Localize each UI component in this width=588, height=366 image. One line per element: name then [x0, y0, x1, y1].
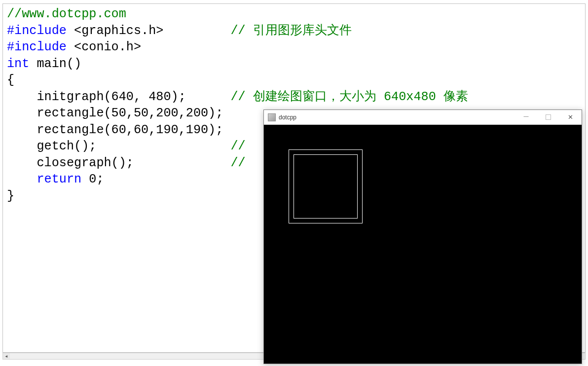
rectangle-inner	[294, 154, 358, 219]
code-comment: //www.dotcpp.com	[7, 7, 126, 21]
code-text: <graphics.h>	[67, 24, 164, 38]
window-titlebar[interactable]: dotcpp	[264, 110, 582, 125]
code-brace: }	[7, 189, 14, 203]
minimize-button[interactable]	[515, 110, 537, 124]
code-call: closegraph();	[37, 156, 134, 170]
code-preprocessor: #include	[7, 40, 67, 54]
code-text: <conio.h>	[67, 40, 141, 54]
code-call: rectangle(50,50,200,200);	[37, 106, 223, 120]
window-app-icon	[268, 113, 276, 121]
window-buttons	[515, 110, 582, 124]
graphics-output-window[interactable]: dotcpp	[263, 110, 582, 364]
scroll-left-arrow-icon[interactable]: ◄	[3, 353, 10, 359]
code-preprocessor: #include	[7, 24, 67, 38]
maximize-button[interactable]	[537, 110, 559, 124]
window-title-group: dotcpp	[268, 113, 296, 121]
code-comment: // 创建绘图窗口，大小为 640x480 像素	[230, 90, 468, 104]
window-title: dotcpp	[279, 114, 296, 121]
graphics-canvas	[264, 125, 582, 364]
code-text: main()	[29, 57, 81, 71]
code-comment: // 引用图形库头文件	[230, 24, 351, 38]
code-keyword: return	[37, 172, 81, 186]
code-text: 0;	[81, 172, 104, 186]
code-call: rectangle(60,60,190,190);	[37, 123, 223, 137]
code-call: getch();	[37, 139, 96, 153]
code-comment: //	[230, 156, 245, 170]
code-brace: {	[7, 73, 14, 87]
close-button[interactable]	[559, 110, 582, 124]
code-comment: //	[230, 139, 245, 153]
code-keyword: int	[7, 57, 29, 71]
code-call: initgraph(640, 480);	[37, 90, 185, 104]
